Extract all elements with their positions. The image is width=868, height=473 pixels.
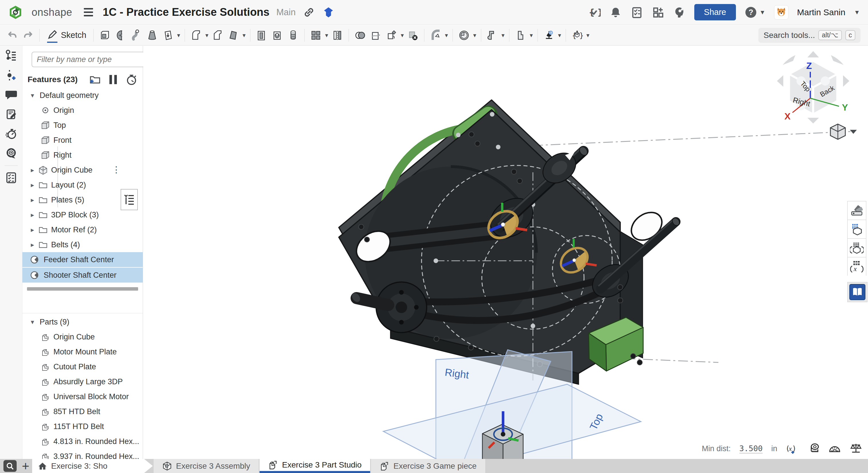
onshape-logo-icon[interactable] [8,5,23,20]
chevron-down-icon[interactable]: ▾ [28,318,37,326]
part-row[interactable]: Universal Block Motor [22,389,143,404]
versions-button[interactable] [0,46,22,65]
item-menu-kebab-icon[interactable]: ⋮ [112,166,121,174]
modify-fillet-caret-icon[interactable]: ▾ [445,32,448,39]
parts-header-row[interactable]: ▾ Parts (9) [22,315,143,329]
sheet-metal-button[interactable] [486,28,499,43]
thicken-button[interactable] [161,28,175,43]
pattern-caret-icon[interactable]: ▾ [325,32,328,39]
mass-props-status-button[interactable] [849,442,862,455]
add-folder-icon[interactable] [89,74,101,85]
tab-exercise-3-game-piece[interactable]: Exercise 3 Game piece [371,459,485,473]
part-row[interactable]: 115T HTD Belt [22,419,143,434]
pattern-button[interactable] [309,28,322,43]
transform-caret-icon[interactable]: ▾ [401,32,404,39]
enclose-button[interactable] [514,28,527,43]
sweep-button[interactable] [130,28,143,43]
chevron-right-icon[interactable]: ▸ [28,181,37,189]
tree-item-top-plane[interactable]: Top [22,118,143,133]
tab-exercise-3-shooter[interactable]: Exercise 3: Sho [32,459,153,473]
tree-folder-motor-ref[interactable]: ▸ Motor Ref (2) [22,222,143,237]
loft-button[interactable] [146,28,159,43]
app-store-icon[interactable] [652,6,664,19]
comments-button[interactable] [0,85,22,105]
protractor-button[interactable] [828,442,841,455]
part-row[interactable]: Origin Cube [22,329,143,344]
featurescript-icon[interactable]: { } [588,6,601,19]
tab-search-button[interactable] [3,460,17,472]
configured-features-panel-button[interactable] [847,238,866,257]
rollback-bar[interactable] [27,287,138,291]
follow-checklist-button[interactable] [0,168,22,187]
modify-fillet-button[interactable] [429,28,442,43]
notifications-bell-icon[interactable] [609,6,622,19]
fillet-caret-icon[interactable]: ▾ [205,32,209,39]
chevron-down-icon[interactable]: ▾ [28,92,37,99]
create-version-button[interactable] [0,65,22,85]
mass-properties-button[interactable] [542,28,556,43]
thread-button[interactable] [286,28,300,43]
variables-panel-button[interactable]: x [847,257,866,276]
tree-item-right-plane[interactable]: Right [22,148,143,162]
rib-button[interactable] [255,28,268,43]
delete-part-button[interactable] [406,28,420,43]
tab-exercise-3-part-studio[interactable]: Exercise 3 Part Studio [259,459,370,473]
regen-time-icon[interactable] [125,73,137,86]
part-row[interactable]: 85T HTD Belt [22,404,143,419]
enclose-caret-icon[interactable]: ▾ [530,32,533,39]
part-row[interactable]: Motor Mount Plate [22,344,143,359]
filter-input[interactable] [32,52,145,67]
draft-button[interactable] [227,28,240,43]
custom-feature-caret-icon[interactable]: ▾ [586,32,589,39]
measure-tape-button[interactable] [807,442,820,455]
view-options-button[interactable] [830,124,857,139]
extrude-button[interactable] [98,28,112,43]
tree-folder-belts[interactable]: ▸ Belts (4) [22,237,143,252]
tree-item-feeder-shaft-center[interactable]: Feeder Shaft Center [22,252,143,267]
share-button[interactable]: Share [694,4,736,20]
chevron-right-icon[interactable]: ▸ [28,226,37,234]
tree-item-origin[interactable]: Origin [22,103,143,118]
link-icon[interactable] [303,6,315,19]
ai-advisor-icon[interactable] [673,6,686,19]
part-row[interactable]: Absurdly Large 3DP [22,374,143,389]
boolean-button[interactable] [353,28,367,43]
variable-insert-button[interactable]: (x) [786,442,799,455]
mass-properties-caret-icon[interactable]: ▾ [558,32,561,39]
custom-feature-button[interactable]: {} [570,28,584,43]
appearance-panel-button[interactable] [847,201,866,220]
feeder-pulley[interactable] [350,282,427,332]
chevron-right-icon[interactable]: ▸ [28,211,37,219]
resource-panel-button[interactable] [847,282,867,302]
chevron-right-icon[interactable]: ▸ [28,196,37,204]
configurations-panel-button[interactable] [847,220,866,238]
suppress-pause-icon[interactable] [108,74,118,85]
fillet-button[interactable] [189,28,203,43]
redo-button[interactable] [22,28,35,43]
sketch-button[interactable]: Sketch [44,29,89,42]
collapse-tree-button[interactable] [121,189,138,210]
part-row[interactable]: 4.813 in. Rounded Hex... [22,434,143,449]
search-tools[interactable]: Search tools... alt/⌥ c [758,28,861,43]
helix-caret-icon[interactable]: ▾ [473,32,476,39]
performance-button[interactable] [0,124,22,144]
split-button[interactable] [369,28,382,43]
chevron-right-icon[interactable]: ▸ [28,166,37,174]
revolve-button[interactable] [114,28,127,43]
min-dist-value[interactable]: 3.500 [739,444,763,453]
tree-item-shooter-shaft-center[interactable]: Shooter Shaft Center [22,268,143,283]
branch-name[interactable]: Main [276,7,296,18]
hole-button[interactable] [271,28,284,43]
draft-caret-icon[interactable]: ▾ [243,32,246,39]
chevron-right-icon[interactable]: ▸ [28,241,37,249]
tab-exercise-3-assembly[interactable]: Exercise 3 Assembly [154,459,259,473]
chamfer-button[interactable] [211,28,224,43]
feedback-button[interactable] [0,144,22,163]
undo-button[interactable] [6,28,19,43]
tree-item-front-plane[interactable]: Front [22,133,143,148]
part-row[interactable]: Cutout Plate [22,359,143,374]
main-menu-icon[interactable] [84,8,93,17]
user-menu-caret-icon[interactable]: ▼ [854,9,860,16]
user-avatar[interactable] [774,5,788,20]
tree-item-default-geometry[interactable]: ▾ Default geometry [22,88,143,103]
